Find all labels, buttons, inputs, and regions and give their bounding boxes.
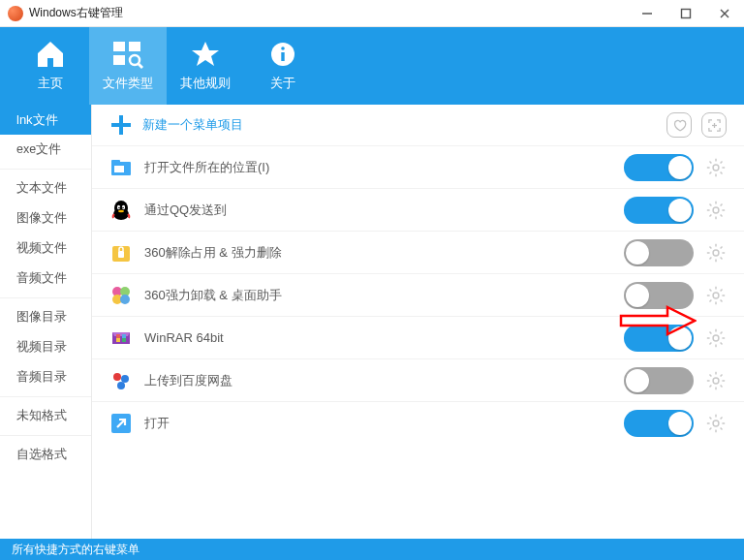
add-new-item[interactable]: 新建一个菜单项目 <box>109 113 243 137</box>
divider <box>0 169 91 170</box>
menu-item-row: 打开文件所在的位置(I) <box>92 145 744 188</box>
nav-other-label: 其他规则 <box>180 75 231 92</box>
svg-point-7 <box>130 55 140 65</box>
menu-item-row: 360强力卸载 & 桌面助手 <box>92 273 744 316</box>
sidebar-item[interactable]: 视频文件 <box>0 233 91 264</box>
svg-point-42 <box>121 375 129 383</box>
favorite-button[interactable] <box>666 112 692 138</box>
gear-icon[interactable] <box>705 157 727 178</box>
gear-icon[interactable] <box>705 327 727 349</box>
sidebar-item[interactable]: 图像目录 <box>0 302 91 332</box>
sidebar-item[interactable]: 音频文件 <box>0 264 91 294</box>
folder-icon <box>109 156 133 179</box>
toggle-knob <box>668 199 692 222</box>
sidebar-item[interactable]: 文本文件 <box>0 173 91 203</box>
svg-rect-17 <box>111 160 120 164</box>
gear-icon[interactable] <box>705 413 727 434</box>
sidebar-item[interactable]: lnk文件 <box>0 105 91 135</box>
target-button[interactable] <box>701 112 727 138</box>
nav-home-label: 主页 <box>38 75 63 92</box>
svg-point-35 <box>713 293 719 298</box>
gear-icon[interactable] <box>705 242 727 264</box>
svg-rect-5 <box>129 42 140 51</box>
gear-icon[interactable] <box>705 200 727 221</box>
svg-point-46 <box>713 420 719 426</box>
titlebar: Windows右键管理 <box>0 0 744 27</box>
status-text: 所有快捷方式的右键菜单 <box>12 542 140 558</box>
svg-point-27 <box>713 207 719 213</box>
nav-home[interactable]: 主页 <box>12 27 89 105</box>
toggle-knob <box>626 369 649 392</box>
menu-item-label: 通过QQ发送到 <box>144 202 624 219</box>
maximize-button[interactable] <box>666 0 705 27</box>
toggle-switch[interactable] <box>624 197 694 224</box>
svg-rect-29 <box>118 251 124 258</box>
flower-icon <box>109 284 133 307</box>
gear-icon[interactable] <box>705 370 727 391</box>
svg-point-25 <box>122 206 124 208</box>
menu-item-label: WinRAR 64bit <box>144 330 624 345</box>
toggle-switch[interactable] <box>624 239 694 266</box>
svg-point-24 <box>118 206 120 208</box>
toggle-knob <box>626 241 649 264</box>
toggle-switch[interactable] <box>624 367 694 394</box>
baidu-icon <box>109 369 133 392</box>
svg-point-44 <box>713 378 719 384</box>
minimize-button[interactable] <box>628 0 666 27</box>
toggle-knob <box>668 327 692 350</box>
window-title: Windows右键管理 <box>29 5 628 21</box>
svg-point-34 <box>120 295 130 304</box>
close-button[interactable] <box>705 0 744 27</box>
toggle-knob <box>626 284 649 307</box>
lock-icon <box>109 241 133 264</box>
nav-about[interactable]: 关于 <box>244 27 322 105</box>
toggle-switch[interactable] <box>624 410 694 437</box>
svg-rect-1 <box>682 9 691 17</box>
menu-item-label: 360强力卸载 & 桌面助手 <box>144 287 624 304</box>
add-new-label: 新建一个菜单项目 <box>142 116 243 134</box>
menu-item-label: 打开 <box>144 415 624 432</box>
heart-icon <box>672 118 687 133</box>
toggle-knob <box>668 412 692 435</box>
content: 新建一个菜单项目 打开文件所在的位置(I)通过QQ发送到360解除占用 & 强力… <box>92 105 744 539</box>
sidebar-item[interactable]: 视频目录 <box>0 332 91 362</box>
open-icon <box>109 412 133 435</box>
grid-search-icon <box>111 40 144 69</box>
svg-point-40 <box>713 335 719 341</box>
menu-item-row: 360解除占用 & 强力删除 <box>92 231 744 273</box>
nav-filetype[interactable]: 文件类型 <box>89 27 167 105</box>
menu-item-row: 打开 <box>92 401 744 444</box>
nav-other-rules[interactable]: 其他规则 <box>167 27 244 105</box>
home-icon <box>34 40 67 69</box>
svg-rect-4 <box>113 42 125 51</box>
sidebar-item[interactable]: 未知格式 <box>0 401 91 431</box>
svg-line-8 <box>139 64 142 68</box>
info-icon <box>266 40 299 69</box>
svg-rect-38 <box>116 334 120 338</box>
nav-about-label: 关于 <box>270 75 295 92</box>
sidebar-item[interactable]: exe文件 <box>0 135 91 165</box>
gear-icon[interactable] <box>705 285 727 306</box>
toggle-switch[interactable] <box>624 282 694 309</box>
divider <box>0 435 91 436</box>
sidebar-item[interactable]: 音频目录 <box>0 362 91 392</box>
content-toolbar: 新建一个菜单项目 <box>92 105 744 145</box>
top-nav: 主页 文件类型 其他规则 关于 <box>0 27 744 105</box>
menu-item-label: 上传到百度网盘 <box>144 372 624 389</box>
sidebar-item[interactable]: 图像文件 <box>0 203 91 233</box>
svg-point-19 <box>713 165 719 171</box>
svg-rect-13 <box>111 123 131 127</box>
toggle-switch[interactable] <box>624 154 694 181</box>
svg-point-26 <box>118 209 124 212</box>
winrar-icon <box>109 327 133 350</box>
svg-rect-11 <box>281 52 284 61</box>
qq-icon <box>109 199 133 222</box>
menu-item-label: 360解除占用 & 强力删除 <box>144 244 624 262</box>
svg-point-41 <box>113 373 121 381</box>
menu-items-list: 打开文件所在的位置(I)通过QQ发送到360解除占用 & 强力删除360强力卸载… <box>92 145 744 444</box>
svg-point-30 <box>713 250 719 256</box>
menu-item-row: 通过QQ发送到 <box>92 188 744 231</box>
toggle-switch[interactable] <box>624 325 694 352</box>
sidebar-item[interactable]: 自选格式 <box>0 440 91 470</box>
sidebar: lnk文件 exe文件 文本文件 图像文件 视频文件 音频文件 图像目录 视频目… <box>0 105 92 539</box>
